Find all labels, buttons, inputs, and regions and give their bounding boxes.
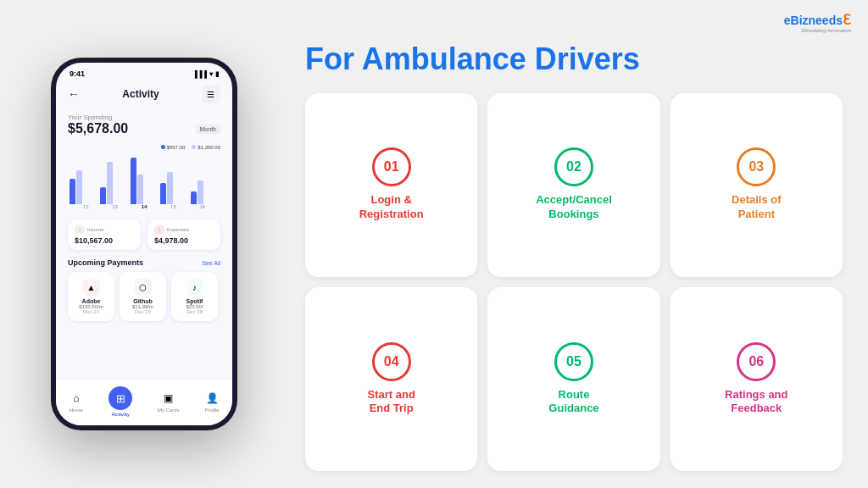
expenses-icon: ↑ <box>154 225 164 235</box>
nav-home[interactable]: ⌂ Home <box>69 391 84 413</box>
feature-label-06: Ratings andFeedback <box>725 388 787 417</box>
chart-bars <box>68 153 220 204</box>
bar-group-1 <box>70 170 97 204</box>
feature-number-06: 06 <box>737 342 776 381</box>
adobe-icon: ▲ <box>83 279 100 296</box>
legend-1: $557.00 <box>161 145 186 150</box>
spotify-icon: ♪ <box>186 279 203 296</box>
bottom-nav: ⌂ Home ⊞ Activity ▣ My Cards 👤 Profile <box>56 379 232 425</box>
right-panel: eBizneedsℇ Stimulating Innovation For Am… <box>288 0 868 488</box>
nav-home-label: Home <box>70 408 83 413</box>
nav-activity-label: Activity <box>112 412 131 417</box>
x-label-12: 12 <box>71 204 100 209</box>
github-name: Github <box>125 298 161 304</box>
spending-section: Your Spending $5,678.00 Month <box>56 110 232 140</box>
screen-title: Activity <box>122 88 159 100</box>
back-button[interactable]: ← <box>68 87 80 101</box>
bar-light-1 <box>76 170 82 204</box>
battery-icon: ▮ <box>215 70 219 78</box>
nav-cards[interactable]: ▣ My Cards <box>158 391 180 413</box>
feature-number-02: 02 <box>554 147 593 186</box>
spending-label: Your Spending <box>68 114 220 121</box>
x-label-16: 16 <box>188 204 217 209</box>
income-label: ↓ Income <box>75 225 134 235</box>
payment-cards: ▲ Adobe $135.50/m Dec 24 ⬡ Github $11.99… <box>68 272 220 321</box>
spotify-name: Spotif <box>176 298 213 304</box>
nav-profile[interactable]: 👤 Profile <box>204 391 220 413</box>
phone-header: ← Activity ☰ <box>56 81 232 110</box>
nav-activity[interactable]: ⊞ Activity <box>108 386 132 417</box>
feature-label-05: RouteGuidance <box>548 388 598 417</box>
bar-light-2 <box>107 162 113 204</box>
chart-x-labels: 12 13 14 15 16 <box>68 204 220 209</box>
income-card: ↓ Income $10,567.00 <box>68 219 141 250</box>
menu-icon[interactable]: ☰ <box>202 85 220 103</box>
signal-icon: ▐▐▐ <box>192 70 207 78</box>
feature-label-03: Details ofPatient <box>732 193 782 222</box>
feature-number-04: 04 <box>372 342 411 381</box>
chart-legend: $557.00 $1,200.00 <box>68 145 220 150</box>
home-icon: ⌂ <box>69 391 84 406</box>
expenses-card: ↑ Expenses $4,978.00 <box>147 219 220 250</box>
feature-number-01: 01 <box>372 147 411 186</box>
see-all-button[interactable]: See All <box>202 260 220 266</box>
payment-github[interactable]: ⬡ Github $11.99/m Dec 28 <box>120 272 166 321</box>
profile-icon: 👤 <box>204 391 220 406</box>
payment-spotify[interactable]: ♪ Spotif $25.00/ Dec 28 <box>171 272 218 321</box>
bar-dark-5 <box>191 191 197 204</box>
bar-dark-2 <box>100 187 106 204</box>
payment-adobe[interactable]: ▲ Adobe $135.50/m Dec 24 <box>68 272 114 321</box>
cards-icon: ▣ <box>161 391 176 406</box>
github-icon: ⬡ <box>135 279 152 296</box>
left-panel: 9:41 ▐▐▐ ▾ ▮ ← Activity ☰ Your Spending … <box>0 0 288 488</box>
bar-dark-4 <box>160 183 166 204</box>
nav-profile-label: Profile <box>205 408 220 413</box>
x-label-14: 14 <box>130 204 159 209</box>
bar-light-3 <box>137 175 143 204</box>
bar-group-2 <box>100 162 128 204</box>
wifi-icon: ▾ <box>209 70 213 78</box>
features-grid: 01 Login &Registration 02 Accept/CancelB… <box>305 93 843 471</box>
feature-card-02: 02 Accept/CancelBookings <box>487 93 659 277</box>
github-date: Dec 28 <box>125 309 161 314</box>
main-title: For Ambulance Drivers <box>305 42 843 76</box>
brand-logo-area: eBizneedsℇ Stimulating Innovation <box>784 12 851 33</box>
income-icon: ↓ <box>75 225 85 235</box>
feature-label-02: Accept/CancelBookings <box>536 193 612 222</box>
bar-group-5 <box>191 180 219 204</box>
upcoming-section: Upcoming Payments See All ▲ Adobe $135.5… <box>56 255 232 324</box>
feature-card-06: 06 Ratings andFeedback <box>670 287 843 471</box>
status-bar: 9:41 ▐▐▐ ▾ ▮ <box>56 63 232 81</box>
adobe-date: Dec 24 <box>73 309 109 314</box>
income-expense-row: ↓ Income $10,567.00 ↑ Expenses $4,978.00 <box>56 214 232 255</box>
spotify-date: Dec 28 <box>176 309 213 314</box>
brand-tagline: Stimulating Innovation <box>784 28 851 33</box>
phone-mockup: 9:41 ▐▐▐ ▾ ▮ ← Activity ☰ Your Spending … <box>51 58 237 430</box>
feature-label-04: Start andEnd Trip <box>367 388 415 417</box>
bar-group-4 <box>160 172 188 204</box>
expenses-label: ↑ Expenses <box>154 225 214 235</box>
nav-cards-label: My Cards <box>158 408 180 413</box>
bar-light-4 <box>167 172 173 204</box>
adobe-name: Adobe <box>73 298 109 304</box>
feature-card-05: 05 RouteGuidance <box>487 287 659 471</box>
feature-card-01: 01 Login &Registration <box>305 93 477 277</box>
bar-dark-3 <box>131 158 136 204</box>
income-amount: $10,567.00 <box>75 236 134 245</box>
bar-dark-1 <box>70 179 75 204</box>
feature-card-03: 03 Details ofPatient <box>670 93 843 277</box>
feature-number-05: 05 <box>554 342 593 381</box>
month-filter[interactable]: Month <box>196 125 220 134</box>
phone-screen: 9:41 ▐▐▐ ▾ ▮ ← Activity ☰ Your Spending … <box>56 63 232 425</box>
x-label-15: 15 <box>159 204 187 209</box>
status-icons: ▐▐▐ ▾ ▮ <box>192 70 219 78</box>
bar-light-5 <box>198 180 203 204</box>
feature-card-04: 04 Start andEnd Trip <box>305 287 477 471</box>
feature-number-03: 03 <box>737 147 776 186</box>
feature-label-01: Login &Registration <box>359 193 424 222</box>
activity-icon: ⊞ <box>108 386 132 410</box>
chart-area: $557.00 $1,200.00 <box>56 140 232 214</box>
bar-group-3 <box>131 158 159 204</box>
upcoming-title: Upcoming Payments <box>68 258 143 267</box>
expenses-amount: $4,978.00 <box>154 236 214 245</box>
